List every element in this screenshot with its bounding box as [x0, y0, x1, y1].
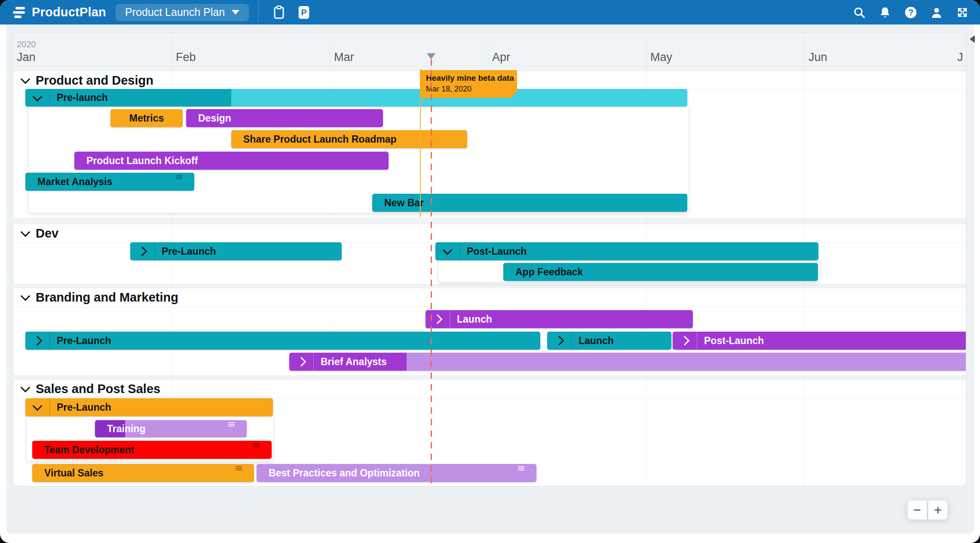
bar-chevron-cell[interactable]	[130, 242, 155, 260]
month-label: Feb	[176, 51, 196, 64]
chevron-right-icon[interactable]	[433, 314, 443, 324]
chevron-down-icon[interactable]	[21, 383, 31, 393]
section-header-dev[interactable]: Dev	[13, 224, 966, 243]
bar-label: Post-Launch	[697, 335, 764, 347]
chevron-right-icon[interactable]	[33, 336, 43, 346]
bar-chevron-cell[interactable]	[673, 332, 697, 350]
bar-app-feedback[interactable]: App Feedback	[503, 263, 818, 281]
timeline-header-divider	[13, 66, 966, 66]
month-label: Jun	[808, 51, 827, 64]
bar-label: Market Analysis	[25, 176, 112, 188]
bar-chevron-cell[interactable]	[25, 332, 50, 350]
bar-product-launch-kickoff[interactable]: Product Launch Kickoff	[74, 152, 389, 170]
chevron-down-icon[interactable]	[33, 401, 43, 411]
bar-label: Post-Launch	[460, 246, 527, 257]
bar-branding-launch-upper[interactable]: Launch	[426, 310, 693, 328]
bar-team-development[interactable]: Team Development	[32, 441, 272, 459]
drag-handle-icon[interactable]	[236, 466, 242, 470]
zoom-out-button[interactable]: −	[907, 500, 927, 520]
bar-virtual-sales[interactable]: Virtual Sales	[32, 464, 254, 482]
topbar-divider	[258, 0, 259, 24]
drag-handle-icon[interactable]	[228, 422, 235, 427]
bar-label: Pre-Launch	[155, 246, 216, 257]
today-marker-icon	[427, 53, 435, 59]
bar-label: New Bar	[372, 197, 424, 209]
bar-branding-pre-launch[interactable]: Pre-Launch	[25, 332, 540, 350]
bar-sales-pre-launch[interactable]: Pre-Launch	[25, 398, 273, 416]
bar-market-analysis[interactable]: Market Analysis	[25, 173, 194, 191]
month-label: Mar	[334, 51, 354, 64]
bar-new-bar[interactable]: New Bar	[372, 194, 687, 212]
chevron-right-icon[interactable]	[680, 336, 690, 346]
clipboard-icon[interactable]	[272, 5, 286, 20]
bar-label: Design	[186, 113, 231, 124]
bar-branding-post-launch[interactable]: Post-Launch	[673, 332, 966, 350]
bar-label: Share Product Launch Roadmap	[231, 134, 397, 145]
section-title: Dev	[36, 226, 58, 241]
roadmap-selector-label: Product Launch Plan	[125, 6, 225, 18]
month-label: Apr	[492, 51, 510, 64]
bar-training[interactable]: Training	[95, 420, 247, 437]
search-icon[interactable]	[852, 5, 867, 20]
today-line	[431, 59, 432, 484]
bar-dev-pre-launch[interactable]: Pre-Launch	[130, 242, 342, 260]
chevron-down-icon[interactable]	[21, 74, 31, 84]
productplan-app-window: ProductPlan Product Launch Plan P ?	[0, 0, 980, 543]
productplan-board-icon[interactable]: P	[297, 5, 311, 20]
roadmap-workspace: 2020JanFebMarAprMayJunJProduct and Desig…	[6, 24, 974, 534]
svg-text:P: P	[301, 8, 307, 17]
svg-text:?: ?	[908, 8, 913, 17]
productplan-logo-icon	[13, 6, 26, 18]
bar-label: App Feedback	[503, 266, 583, 278]
bar-label: Product Launch Kickoff	[74, 155, 198, 167]
brand-title: ProductPlan	[32, 5, 106, 19]
bar-dev-post-launch[interactable]: Post-Launch	[435, 242, 818, 260]
bar-label: Team Development	[32, 444, 134, 456]
drag-handle-icon[interactable]	[518, 466, 524, 470]
bar-label: Launch	[572, 335, 614, 347]
bar-label: Training	[95, 423, 145, 435]
drag-handle-icon[interactable]	[176, 175, 182, 179]
bar-branding-launch[interactable]: Launch	[547, 332, 671, 350]
chevron-down-icon[interactable]	[33, 92, 43, 101]
chevron-down-icon[interactable]	[443, 245, 453, 255]
section-header-underline	[13, 307, 966, 307]
chevron-down-icon[interactable]	[21, 227, 31, 237]
bar-label: Pre-launch	[50, 92, 108, 104]
bar-metrics[interactable]: Metrics	[110, 109, 183, 127]
bar-chevron-cell[interactable]	[25, 398, 50, 416]
bar-chevron-cell[interactable]	[25, 89, 50, 107]
month-label: J	[957, 51, 963, 64]
top-navigation-bar: ProductPlan Product Launch Plan P ?	[0, 0, 980, 24]
month-label: Jan	[17, 51, 36, 64]
chevron-down-icon[interactable]	[21, 291, 31, 301]
chevron-right-icon[interactable]	[554, 336, 564, 346]
chevron-down-icon	[232, 10, 239, 15]
milestone-tooltip-title: Heavily mine beta data	[426, 73, 512, 83]
help-icon[interactable]: ?	[903, 5, 918, 20]
bar-pre-launch-container[interactable]: Pre-launch	[25, 89, 687, 107]
bar-chevron-cell[interactable]	[426, 310, 450, 328]
milestone-tooltip: Heavily mine beta dataMar 18, 2020	[420, 70, 517, 98]
zoom-in-button[interactable]: +	[928, 500, 948, 520]
fullscreen-icon[interactable]	[955, 5, 970, 20]
milestone-tooltip-date: Mar 18, 2020	[426, 85, 512, 94]
section-title: Product and Design	[36, 73, 153, 88]
chevron-right-icon[interactable]	[138, 247, 147, 256]
bar-best-practices-and-optimization[interactable]: Best Practices and Optimization	[257, 464, 536, 482]
notifications-icon[interactable]	[878, 5, 892, 20]
roadmap-selector-dropdown[interactable]: Product Launch Plan	[116, 4, 249, 21]
timeline-year-label: 2020	[17, 40, 36, 49]
bar-design[interactable]: Design	[186, 109, 383, 127]
drag-handle-icon[interactable]	[253, 443, 260, 447]
bar-brief-analysts[interactable]: Brief Analysts	[289, 353, 966, 371]
account-icon[interactable]	[929, 5, 944, 20]
section-header-sales-and-post-sales[interactable]: Sales and Post Sales	[13, 379, 966, 398]
section-header-branding-and-marketing[interactable]: Branding and Marketing	[13, 288, 966, 307]
bar-chevron-cell[interactable]	[547, 332, 572, 350]
collapse-panel-icon[interactable]	[970, 35, 975, 43]
chevron-right-icon[interactable]	[297, 357, 306, 367]
bar-chevron-cell[interactable]	[289, 353, 314, 371]
bar-chevron-cell[interactable]	[435, 242, 460, 260]
month-gridline	[962, 33, 963, 486]
